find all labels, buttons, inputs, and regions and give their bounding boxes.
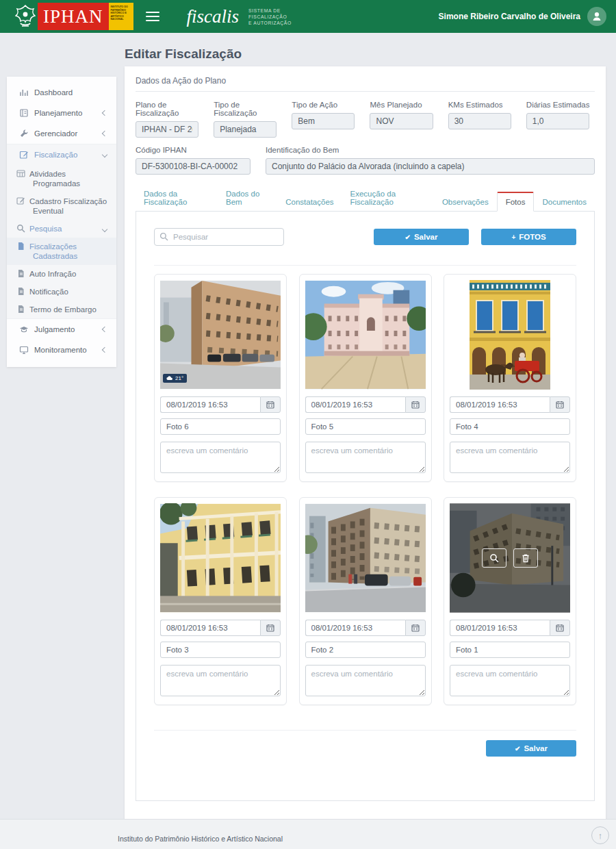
photo-card bbox=[154, 497, 287, 705]
tab-bar: Dados da Fiscalização Dados do Bem Const… bbox=[136, 185, 595, 212]
photo-date-input[interactable] bbox=[305, 396, 405, 413]
sidebar-item-auto-infracao[interactable]: Auto Infração bbox=[7, 265, 116, 283]
tab-observacoes[interactable]: Observações bbox=[434, 193, 497, 211]
calendar-icon bbox=[411, 401, 420, 409]
tab-constatacoes[interactable]: Constatações bbox=[277, 193, 342, 211]
photo-name-input[interactable] bbox=[305, 418, 426, 435]
tab-documentos[interactable]: Documentos bbox=[534, 193, 595, 211]
photo-comment-textarea[interactable] bbox=[305, 665, 426, 696]
sidebar-item-cadastro-fiscalizacao-eventual[interactable]: Cadastro Fiscalização Eventual bbox=[7, 192, 116, 220]
tipo-fiscalizacao-field bbox=[214, 121, 277, 138]
zoom-photo-button[interactable] bbox=[482, 548, 506, 568]
codigo-iphan-field bbox=[136, 158, 251, 175]
check-icon: ✔ bbox=[515, 745, 520, 752]
sidebar-item-fiscalizacao[interactable]: Fiscalização bbox=[7, 144, 116, 165]
calendar-button[interactable] bbox=[405, 620, 426, 636]
calendar-icon bbox=[556, 401, 564, 409]
sidebar-item-gerenciador[interactable]: Gerenciador bbox=[7, 123, 116, 144]
field-label: Mês Planejado bbox=[370, 101, 438, 109]
sidebar-item-pesquisa[interactable]: Pesquisa bbox=[7, 220, 116, 238]
photo-comment-textarea[interactable] bbox=[160, 442, 281, 473]
plus-icon: + bbox=[511, 233, 515, 241]
photo-thumbnail[interactable] bbox=[450, 503, 570, 613]
user-avatar-icon[interactable] bbox=[587, 7, 606, 26]
field-label: Tipo de Fiscalização bbox=[214, 101, 282, 117]
photo-comment-textarea[interactable] bbox=[305, 442, 426, 473]
sidebar-item-monitoramento[interactable]: Monitoramento bbox=[7, 340, 116, 360]
add-fotos-button[interactable]: + FOTOS bbox=[481, 229, 576, 245]
photo-image-yellow-facade-horse-cart bbox=[470, 280, 550, 390]
photo-name-input[interactable] bbox=[450, 418, 570, 435]
top-bar: IPHAN Instituto do Patrimônio Histórico … bbox=[0, 0, 616, 33]
menu-toggle-icon[interactable] bbox=[146, 9, 159, 24]
app-brand: fiscalis SISTEMA DE FISCALIZAÇÃO E AUTOR… bbox=[187, 6, 292, 27]
calendar-icon bbox=[411, 624, 420, 632]
chevron-down-icon bbox=[102, 227, 107, 232]
photo-grid: 21° bbox=[154, 274, 576, 705]
tab-dados-do-bem[interactable]: Dados do Bem bbox=[218, 185, 277, 211]
user-menu[interactable]: Simone Ribeiro Carvalho de Oliveira bbox=[439, 7, 606, 26]
chevron-left-icon bbox=[102, 347, 107, 353]
photo-comment-textarea[interactable] bbox=[160, 665, 281, 696]
up-arrow-icon: ↑ bbox=[598, 831, 603, 841]
photo-thumbnail[interactable] bbox=[305, 280, 426, 390]
iphan-logo[interactable]: IPHAN Instituto do Patrimônio Histórico … bbox=[15, 3, 133, 30]
kms-estimados-field bbox=[448, 113, 511, 129]
save-photos-button[interactable]: ✔ Salvar bbox=[374, 229, 469, 245]
calendar-button[interactable] bbox=[550, 396, 570, 413]
photo-date-input[interactable] bbox=[160, 620, 260, 636]
calendar-button[interactable] bbox=[405, 396, 426, 413]
photo-card bbox=[299, 274, 432, 482]
delete-photo-button[interactable] bbox=[513, 548, 538, 568]
sidebar-item-dashboard[interactable]: Dashboard bbox=[7, 82, 116, 103]
photo-name-input[interactable] bbox=[160, 418, 281, 435]
search-input[interactable] bbox=[154, 228, 284, 246]
sidebar-item-notificacao[interactable]: Notificação bbox=[7, 283, 116, 301]
fotos-tab-panel: ✔ Salvar + FOTOS bbox=[136, 212, 595, 801]
photo-thumbnail[interactable] bbox=[450, 280, 570, 390]
photo-name-input[interactable] bbox=[450, 642, 570, 658]
graduation-cap-icon bbox=[19, 325, 29, 334]
photo-date-input[interactable] bbox=[450, 620, 550, 636]
scroll-to-top-button[interactable]: ↑ bbox=[591, 826, 609, 844]
calendar-button[interactable] bbox=[550, 620, 570, 636]
footer-text: Instituto do Patrimônio Histórico e Artí… bbox=[118, 835, 283, 843]
tab-execucao-da-fiscalizacao[interactable]: Execução da Fiscalização bbox=[342, 185, 434, 211]
photo-card bbox=[444, 274, 576, 482]
page-title: Editar Fiscalização bbox=[125, 47, 242, 62]
tab-dados-da-fiscalizacao[interactable]: Dados da Fiscalização bbox=[136, 185, 218, 211]
monitor-icon bbox=[19, 345, 29, 355]
chevron-left-icon bbox=[102, 131, 107, 136]
section-title: Dados da Ação do Plano bbox=[136, 76, 595, 92]
sidebar-item-planejamento[interactable]: Planejamento bbox=[7, 103, 116, 123]
calendar-icon bbox=[556, 624, 564, 632]
photo-thumbnail[interactable] bbox=[305, 503, 426, 613]
photo-comment-textarea[interactable] bbox=[450, 442, 570, 473]
photo-hover-overlay bbox=[450, 503, 570, 613]
photo-image-street-old-buildings bbox=[305, 503, 426, 613]
calendar-button[interactable] bbox=[260, 396, 281, 413]
field-label: Diárias Estimadas bbox=[526, 101, 595, 109]
wrench-icon bbox=[19, 129, 29, 138]
photo-date-input[interactable] bbox=[450, 396, 550, 413]
main-card: Dados da Ação do Plano Plano de Fiscaliz… bbox=[125, 66, 606, 849]
sidebar-item-atividades-programadas[interactable]: Atividades Programadas bbox=[7, 165, 116, 192]
calendar-icon bbox=[266, 401, 274, 409]
calendar-button[interactable] bbox=[260, 620, 281, 636]
file-icon bbox=[16, 305, 25, 314]
save-photos-bottom-button[interactable]: ✔ Salvar bbox=[486, 740, 576, 757]
photo-name-input[interactable] bbox=[305, 642, 426, 658]
tab-fotos[interactable]: Fotos bbox=[497, 192, 535, 212]
photo-comment-textarea[interactable] bbox=[450, 665, 570, 696]
photo-date-input[interactable] bbox=[160, 396, 260, 413]
photo-thumbnail[interactable]: 21° bbox=[160, 280, 281, 390]
photo-name-input[interactable] bbox=[160, 642, 281, 658]
magnifier-icon bbox=[489, 553, 499, 563]
sidebar-item-termo-de-embargo[interactable]: Termo de Embargo bbox=[7, 301, 116, 318]
field-label: Plano de Fiscalização bbox=[136, 101, 204, 117]
photo-date-input[interactable] bbox=[305, 620, 405, 636]
sidebar-item-fiscalizacoes-cadastradas[interactable]: Fiscalizações Cadastradas bbox=[7, 238, 116, 265]
sidebar-item-julgamento[interactable]: Julgamento bbox=[7, 319, 116, 340]
photo-thumbnail[interactable] bbox=[160, 503, 281, 613]
field-label: Tipo de Ação bbox=[292, 101, 360, 109]
